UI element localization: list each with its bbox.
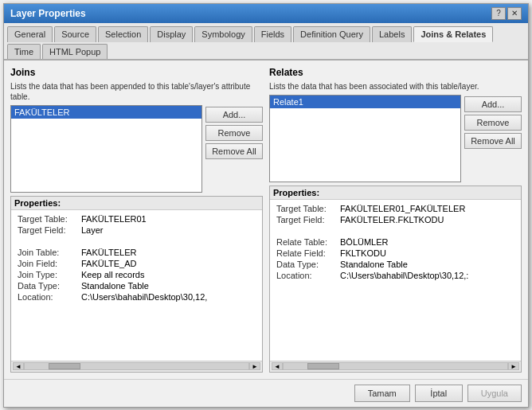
prop-value: FAKÜLTELER — [78, 247, 259, 258]
joins-scroll-track[interactable] — [24, 362, 249, 370]
joins-remove-all-button[interactable]: Remove All — [205, 143, 263, 159]
joins-properties-label: Properties: — [11, 197, 262, 210]
joins-list[interactable]: FAKÜLTELER — [10, 105, 202, 193]
ok-button[interactable]: Tamam — [354, 385, 410, 402]
prop-key: Target Table: — [14, 213, 78, 225]
prop-value — [78, 236, 259, 247]
relates-panel: Relates Lists the data that has been ass… — [269, 67, 522, 373]
help-button[interactable]: ? — [491, 7, 506, 20]
tab-joins-relates[interactable]: Joins & Relates — [413, 26, 493, 42]
relates-title: Relates — [269, 67, 522, 78]
prop-key — [273, 225, 337, 236]
prop-key: Relate Table: — [273, 236, 337, 248]
joins-scroll-left[interactable]: ◄ — [13, 362, 24, 370]
joins-properties-content: Target Table: FAKÜLTELER01 Target Field:… — [11, 210, 262, 361]
window-title: Layer Properties — [10, 8, 86, 19]
table-row: Relate Table: BÖLÜMLER — [273, 236, 518, 248]
tab-source[interactable]: Source — [54, 26, 96, 42]
relates-scroll-left[interactable]: ◄ — [272, 362, 283, 370]
prop-value: Keep all records — [78, 269, 259, 280]
relates-properties-content: Target Table: FAKÜLTELER01_FAKÜLTELER Ta… — [270, 200, 521, 361]
prop-value: C:\Users\bahabil\Desktop\30,12,: — [337, 270, 518, 281]
prop-key: Join Table: — [14, 247, 78, 258]
relates-properties-table: Target Table: FAKÜLTELER01_FAKÜLTELER Ta… — [273, 203, 518, 281]
footer: Tamam İptal Uygula — [4, 379, 528, 407]
relates-add-button[interactable]: Add... — [464, 96, 522, 112]
relates-list[interactable]: Relate1 — [269, 95, 461, 182]
prop-value: BÖLÜMLER — [337, 236, 518, 248]
close-button[interactable]: ✕ — [507, 7, 522, 20]
relates-properties-section: Properties: Target Table: FAKÜLTELER01_F… — [269, 185, 522, 373]
tab-selection[interactable]: Selection — [98, 26, 148, 42]
table-row: Target Table: FAKÜLTELER01 — [14, 213, 259, 225]
relates-list-area: Relate1 Add... Remove Remove All — [269, 95, 522, 182]
joins-remove-button[interactable]: Remove — [205, 125, 263, 141]
layer-properties-window: Layer Properties ? ✕ General Source Sele… — [3, 3, 529, 408]
prop-value: FAKÜLTELER01_FAKÜLTELER — [337, 203, 518, 214]
table-row: Join Type: Keep all records — [14, 269, 259, 280]
tab-display[interactable]: Display — [150, 26, 193, 42]
prop-key: Join Type: — [14, 269, 78, 280]
tab-general[interactable]: General — [7, 26, 53, 42]
prop-key: Target Field: — [14, 225, 78, 236]
joins-list-area: FAKÜLTELER Add... Remove Remove All — [10, 105, 263, 193]
prop-key: Target Field: — [273, 214, 337, 225]
tab-symbology[interactable]: Symbology — [194, 26, 252, 42]
apply-button[interactable]: Uygula — [467, 385, 522, 402]
prop-key: Target Table: — [273, 203, 337, 214]
prop-value: Layer — [78, 225, 259, 236]
tab-labels[interactable]: Labels — [372, 26, 412, 42]
table-row: Target Table: FAKÜLTELER01_FAKÜLTELER — [273, 203, 518, 214]
table-row: Data Type: Standalone Table — [14, 280, 259, 291]
prop-value: FAKÜLTELER.FKLTKODU — [337, 214, 518, 225]
tabs-container: General Source Selection Display Symbolo… — [4, 23, 528, 61]
table-row: Target Field: FAKÜLTELER.FKLTKODU — [273, 214, 518, 225]
prop-value: FAKÜLTE_AD — [78, 258, 259, 269]
joins-panel: Joins Lists the data that has been appen… — [10, 67, 263, 373]
prop-value: C:\Users\bahabil\Desktop\30,12, — [78, 291, 259, 303]
relates-scroll-right[interactable]: ► — [508, 362, 519, 370]
table-row: Location: C:\Users\bahabil\Desktop\30,12… — [273, 270, 518, 281]
prop-key — [14, 236, 78, 247]
table-row: Relate Field: FKLTKODU — [273, 248, 518, 259]
content-area: Joins Lists the data that has been appen… — [4, 61, 528, 379]
prop-value — [337, 225, 518, 236]
prop-key: Relate Field: — [273, 248, 337, 259]
tab-html-popup[interactable]: HTML Popup — [42, 44, 108, 59]
panels-row: Joins Lists the data that has been appen… — [10, 67, 522, 373]
table-row: Target Field: Layer — [14, 225, 259, 236]
cancel-button[interactable]: İptal — [415, 385, 463, 402]
relates-list-item[interactable]: Relate1 — [270, 96, 460, 108]
relates-description: Lists the data that has been associated … — [269, 81, 522, 92]
prop-value: Standalone Table — [78, 280, 259, 291]
joins-scroll-right[interactable]: ► — [249, 362, 260, 370]
relates-remove-button[interactable]: Remove — [464, 115, 522, 131]
tab-time[interactable]: Time — [7, 44, 41, 59]
table-row: Data Type: Standalone Table — [273, 259, 518, 270]
joins-title: Joins — [10, 67, 263, 78]
table-row: Location: C:\Users\bahabil\Desktop\30,12… — [14, 291, 259, 303]
joins-scroll-thumb[interactable] — [49, 363, 80, 369]
tab-definition-query[interactable]: Definition Query — [293, 26, 370, 42]
prop-key: Location: — [273, 270, 337, 281]
joins-list-item[interactable]: FAKÜLTELER — [11, 106, 201, 119]
relates-scroll-track[interactable] — [283, 362, 508, 370]
prop-key: Location: — [14, 291, 78, 303]
relates-properties-label: Properties: — [270, 186, 521, 200]
relates-scroll-thumb[interactable] — [307, 363, 339, 369]
table-row: Join Field: FAKÜLTE_AD — [14, 258, 259, 269]
table-row: Join Table: FAKÜLTELER — [14, 247, 259, 258]
joins-add-button[interactable]: Add... — [205, 107, 263, 123]
prop-value: Standalone Table — [337, 259, 518, 270]
joins-description: Lists the data that has been appended to… — [10, 81, 263, 102]
joins-properties-table: Target Table: FAKÜLTELER01 Target Field:… — [14, 213, 259, 303]
joins-scrollbar[interactable]: ◄ ► — [11, 361, 262, 372]
relates-buttons: Add... Remove Remove All — [464, 95, 522, 182]
prop-value: FAKÜLTELER01 — [78, 213, 259, 225]
relates-scrollbar[interactable]: ◄ ► — [270, 361, 521, 372]
prop-value: FKLTKODU — [337, 248, 518, 259]
joins-properties-section: Properties: Target Table: FAKÜLTELER01 T… — [10, 196, 263, 373]
relates-remove-all-button[interactable]: Remove All — [464, 133, 522, 149]
prop-key: Join Field: — [14, 258, 78, 269]
tab-fields[interactable]: Fields — [254, 26, 291, 42]
